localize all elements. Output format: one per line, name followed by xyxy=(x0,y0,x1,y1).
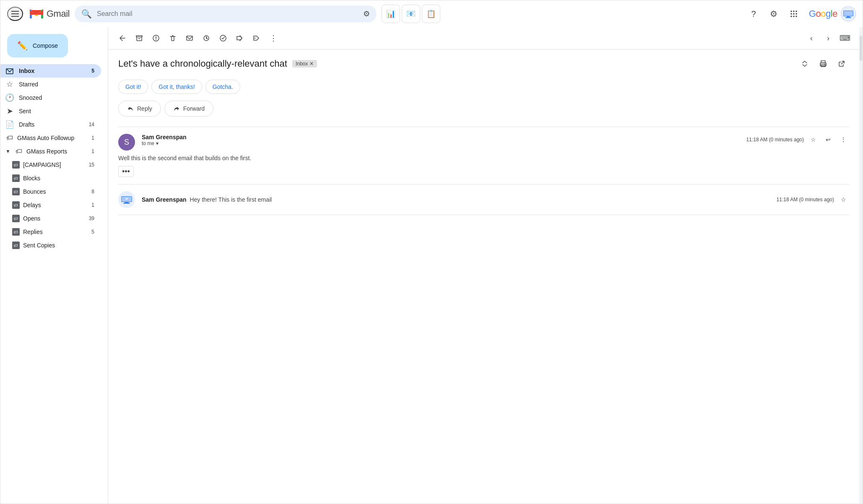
back-button[interactable] xyxy=(115,31,130,46)
print-button[interactable] xyxy=(816,56,831,71)
next-email-button[interactable]: › xyxy=(821,31,836,46)
gmass-auto-count: 1 xyxy=(91,135,94,141)
svg-rect-21 xyxy=(844,11,853,16)
snooze-button[interactable] xyxy=(199,31,214,46)
email-to-1: to me ▾ xyxy=(142,140,740,146)
email-collapsed-header-2: Sam Greenspan Hey there! This is the fir… xyxy=(118,191,849,208)
gmail-logo[interactable]: Gmail xyxy=(28,5,70,22)
report-spam-button[interactable] xyxy=(148,31,164,46)
email-finder-icon[interactable]: 📧 xyxy=(402,5,420,23)
svg-rect-26 xyxy=(136,36,142,37)
email-subject-title: Let's have a chronologically-relevant ch… xyxy=(118,58,287,69)
sent-copies-folder-icon: 🏷 xyxy=(12,242,20,249)
forward-label: Forward xyxy=(183,105,205,112)
sidebar-subfolder-bounces[interactable]: 🏷 Bounces 8 xyxy=(0,185,101,198)
email-expand-body-icon[interactable]: ••• xyxy=(118,166,134,177)
compose-button[interactable]: ✏️ Compose xyxy=(7,34,68,57)
sidebar-subfolder-blocks[interactable]: 🏷 Blocks xyxy=(0,171,101,185)
sidebar-item-sent[interactable]: ➤ Sent xyxy=(0,104,101,118)
inbox-badge-label: Inbox xyxy=(296,61,308,67)
add-task-button[interactable] xyxy=(216,31,231,46)
email-message-2[interactable]: Sam Greenspan Hey there! This is the fir… xyxy=(118,184,849,215)
label-button[interactable] xyxy=(249,31,264,46)
reply-button[interactable]: Reply xyxy=(118,101,161,117)
hamburger-button[interactable] xyxy=(7,7,23,21)
drafts-label: Drafts xyxy=(19,121,84,128)
svg-point-13 xyxy=(790,13,792,15)
svg-rect-28 xyxy=(187,36,192,40)
sidebar-item-drafts[interactable]: 📄 Drafts 14 xyxy=(0,118,101,131)
smart-reply-got-it[interactable]: Got it! xyxy=(118,80,148,94)
action-buttons: Reply Forward xyxy=(118,101,849,117)
svg-rect-23 xyxy=(845,17,851,18)
svg-rect-25 xyxy=(8,71,11,73)
open-in-new-button[interactable] xyxy=(834,56,849,71)
star-button-1[interactable]: ☆ xyxy=(807,134,819,145)
snoozed-label: Snoozed xyxy=(19,94,94,101)
sidebar-item-inbox[interactable]: Inbox 5 xyxy=(0,64,101,78)
replies-folder-icon: 🏷 xyxy=(12,228,20,236)
sidebar-folder-gmass-auto[interactable]: 🏷 GMass Auto Followup 1 xyxy=(0,131,101,145)
toggle-expand-button[interactable] xyxy=(797,56,812,71)
search-input[interactable] xyxy=(97,10,358,18)
search-icon: 🔍 xyxy=(81,9,92,19)
sidebar-folder-gmass-reports[interactable]: ▼ 🏷 GMass Reports 1 xyxy=(0,145,101,158)
sent-label: Sent xyxy=(19,108,94,114)
star-icon: ☆ xyxy=(5,80,14,89)
folder-expand-icon: ▼ xyxy=(5,148,10,154)
smart-replies: Got it! Got it, thanks! Gotcha. xyxy=(118,80,849,94)
sidebar: ✏️ Compose Inbox 5 ☆ Starred 🕐 Snoozed ➤ xyxy=(0,27,108,504)
sender-avatar-2 xyxy=(118,191,135,208)
sidebar-subfolder-opens[interactable]: 🏷 Opens 39 xyxy=(0,212,101,225)
email-meta-1: Sam Greenspan to me ▾ xyxy=(142,134,740,146)
sidebar-subfolder-delays[interactable]: 🏷 Delays 1 xyxy=(0,198,101,212)
drafts-icon: 📄 xyxy=(5,120,14,129)
archive-button[interactable] xyxy=(132,31,147,46)
inbox-badge-close[interactable]: ✕ xyxy=(309,61,314,67)
forward-button[interactable]: Forward xyxy=(164,101,213,117)
reply-small-button-1[interactable]: ↩ xyxy=(822,134,834,145)
reply-label: Reply xyxy=(137,105,152,112)
user-avatar[interactable] xyxy=(841,6,856,21)
sidebar-item-starred[interactable]: ☆ Starred xyxy=(0,78,101,91)
campaigns-count: 15 xyxy=(89,162,94,168)
move-to-button[interactable] xyxy=(232,31,247,46)
sent-copies-label: Sent Copies xyxy=(23,242,94,249)
reports-icon[interactable]: 📋 xyxy=(422,5,440,23)
gmail-title: Gmail xyxy=(47,8,70,19)
svg-rect-40 xyxy=(123,203,130,204)
scrollbar[interactable] xyxy=(859,27,863,504)
prev-email-button[interactable]: ‹ xyxy=(804,31,819,46)
smart-reply-got-it-thanks[interactable]: Got it, thanks! xyxy=(151,80,202,94)
avatar-initial-1: S xyxy=(124,138,129,147)
scrollbar-thumb[interactable] xyxy=(860,36,862,61)
delete-button[interactable] xyxy=(165,31,180,46)
spreadsheet-icon[interactable]: 📊 xyxy=(382,5,400,23)
gmass-reports-count: 1 xyxy=(91,148,94,154)
replies-count: 5 xyxy=(91,229,94,235)
apps-button[interactable] xyxy=(785,5,802,22)
settings-button[interactable]: ⚙ xyxy=(765,5,782,22)
smart-reply-gotcha[interactable]: Gotcha. xyxy=(205,80,240,94)
gmass-auto-label: GMass Auto Followup xyxy=(17,135,88,141)
sidebar-subfolder-campaigns[interactable]: 🏷 [CAMPAIGNS] 15 xyxy=(0,158,101,171)
svg-point-14 xyxy=(793,13,795,15)
reply-icon xyxy=(127,105,134,112)
search-filter-icon[interactable]: ⚙ xyxy=(363,9,370,18)
svg-point-31 xyxy=(255,38,255,39)
blocks-label: Blocks xyxy=(23,175,94,182)
email-to-dropdown-icon[interactable]: ▾ xyxy=(156,140,159,146)
email-ellipsis-1[interactable]: ••• xyxy=(118,166,849,177)
email-message-1: S Sam Greenspan to me ▾ 11:18 AM (0 mi xyxy=(118,127,849,184)
star-button-2[interactable]: ☆ xyxy=(837,194,849,205)
gmass-auto-icon: 🏷 xyxy=(5,134,14,142)
mark-unread-button[interactable] xyxy=(182,31,197,46)
keyboard-shortcut-button[interactable]: ⌨ xyxy=(837,31,853,46)
more-button-1[interactable]: ⋮ xyxy=(837,134,849,145)
sidebar-item-snoozed[interactable]: 🕐 Snoozed xyxy=(0,91,101,104)
gmail-m-icon xyxy=(28,5,45,22)
sidebar-subfolder-replies[interactable]: 🏷 Replies 5 xyxy=(0,225,101,239)
help-button[interactable]: ? xyxy=(745,5,762,22)
sidebar-subfolder-sent-copies[interactable]: 🏷 Sent Copies xyxy=(0,239,101,252)
more-options-button[interactable]: ⋮ xyxy=(266,31,281,46)
